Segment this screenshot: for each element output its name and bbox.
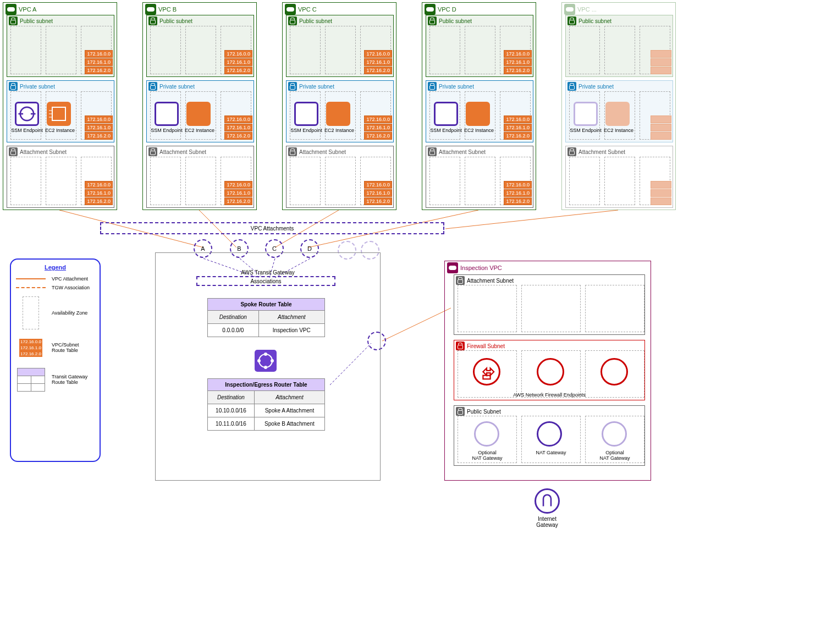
vpc-attachments-bar: VPC Attachments xyxy=(100,222,444,234)
public-subnet: Public subnet 172.16.0.0172.16.1.0172.16… xyxy=(7,15,114,77)
ec2-instance-icon xyxy=(47,102,71,126)
ssm-endpoint-icon xyxy=(15,102,39,126)
subnet-label: Public subnet xyxy=(20,18,53,24)
inspection-attachment-subnet: Attachment Subnet xyxy=(454,274,645,335)
subnet-label: Private subnet xyxy=(20,84,55,90)
attachment-subnet: Attachment Subnet 172.16.0.0172.16.1.017… xyxy=(7,146,114,208)
firewall-icon xyxy=(537,358,564,386)
inspection-vpc: Inspection VPC Attachment Subnet Firewal… xyxy=(444,261,651,481)
nat-label: Optional NAT Gateway xyxy=(585,450,644,461)
ec2-label: EC2 Instance xyxy=(43,128,76,133)
svg-line-9 xyxy=(382,308,451,341)
nat-gateway-icon xyxy=(602,421,627,447)
legend: Legend VPC Attachment TGW Association Av… xyxy=(10,258,101,462)
nat-label: Optional NAT Gateway xyxy=(458,450,517,461)
lock-icon xyxy=(9,16,18,25)
cloud-icon xyxy=(145,4,156,15)
tgw-title: AWS Transit Gateway xyxy=(156,269,380,276)
lock-icon xyxy=(9,147,18,156)
egress-route-table: Inspection/Egress Router Table Destinati… xyxy=(207,378,325,431)
firewall-icon xyxy=(473,358,500,386)
vpc-b: VPC B Public subnet172.16.0.0172.16.1.01… xyxy=(142,2,257,210)
vpc-a: VPC A Public subnet 172.16.0.0172.16.1.0… xyxy=(3,2,117,210)
private-subnet: Private subnet SSM Endpoint EC2 Instance… xyxy=(7,80,114,142)
svg-point-21 xyxy=(264,366,267,369)
firewall-subnet: Firewall Subnet AWS Network Firewall End… xyxy=(454,340,645,400)
svg-rect-14 xyxy=(52,107,65,120)
legend-title: Legend xyxy=(14,264,96,271)
legend-item: Availability Zone xyxy=(52,310,87,316)
svg-point-20 xyxy=(271,359,274,362)
subnet-label: Attachment Subnet xyxy=(20,149,67,155)
legend-item: TGW Association xyxy=(52,285,90,290)
firewall-label: AWS Network Firewall Endpoints xyxy=(454,392,644,398)
svg-point-18 xyxy=(259,354,272,367)
transit-gateway: AWS Transit Gateway Associations Spoke R… xyxy=(155,252,381,481)
vpc-d: VPC D Public subnet172.16.0.0172.16.1.01… xyxy=(422,2,536,210)
svg-rect-23 xyxy=(483,376,490,379)
vpc-title: VPC B xyxy=(158,6,177,13)
vpc-ellipsis: VPC ... Public subnet Private subnetSSM … xyxy=(561,2,676,210)
inspection-public-subnet: Public Subnet Optional NAT Gateway NAT G… xyxy=(454,405,645,466)
route-table-stack: 172.16.0.0172.16.1.0172.16.2.0 xyxy=(85,115,113,140)
svg-point-22 xyxy=(257,359,261,362)
legend-item: VPC Attachment xyxy=(52,276,88,282)
cloud-icon xyxy=(447,262,458,273)
svg-line-4 xyxy=(445,210,618,229)
vpc-c: VPC C Public subnet172.16.0.0172.16.1.01… xyxy=(282,2,396,210)
cloud-icon xyxy=(5,4,16,15)
spoke-route-table: Spoke Router Table DestinationAttachment… xyxy=(207,298,325,337)
internet-gateway: Internet Gateway xyxy=(531,488,564,528)
route-table-stack: 172.16.0.0172.16.1.0172.16.2.0 xyxy=(85,181,113,206)
firewall-icon xyxy=(600,358,628,386)
vpc-title: VPC A xyxy=(19,6,36,13)
lock-icon xyxy=(9,82,18,91)
legend-item: Transit Gateway Route Table xyxy=(52,374,87,385)
internet-gateway-icon xyxy=(535,488,560,514)
transit-gateway-icon xyxy=(255,350,277,372)
route-table-stack: 172.16.0.0172.16.1.0172.16.2.0 xyxy=(85,50,113,75)
nat-gateway-icon xyxy=(537,421,562,447)
ssm-label: SSM Endpoint xyxy=(10,128,43,133)
associations-bar: Associations xyxy=(196,276,335,286)
nat-gateway-icon xyxy=(474,421,499,447)
legend-item: VPC/Subnet Route Table xyxy=(52,342,79,353)
vpc-title: Inspection VPC xyxy=(460,265,502,271)
svg-point-19 xyxy=(264,353,267,356)
nat-label: NAT Gateway xyxy=(521,450,581,455)
